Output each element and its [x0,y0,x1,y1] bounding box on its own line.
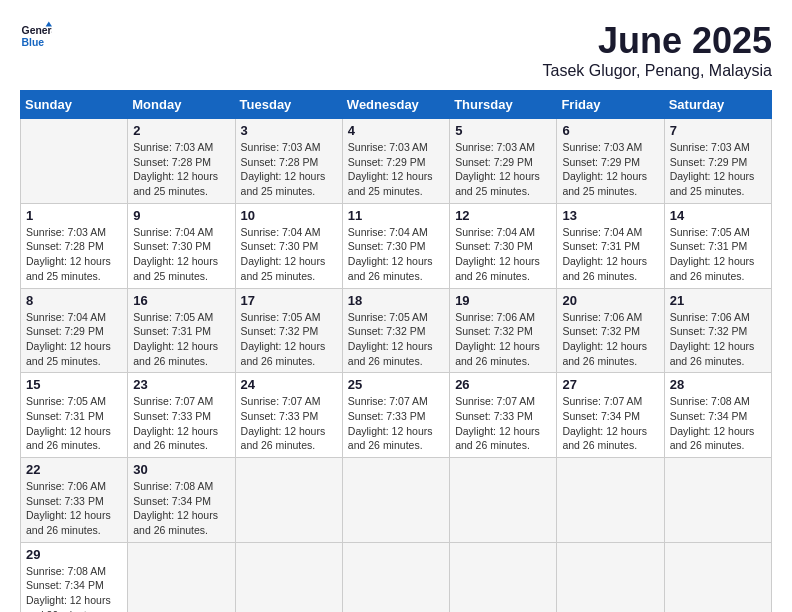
day-detail: Sunrise: 7:04 AM Sunset: 7:30 PM Dayligh… [241,225,337,284]
day-detail: Sunrise: 7:07 AM Sunset: 7:33 PM Dayligh… [133,394,229,453]
day-number: 26 [455,377,551,392]
calendar-day-cell [450,458,557,543]
day-number: 12 [455,208,551,223]
calendar-day-cell: 6Sunrise: 7:03 AM Sunset: 7:29 PM Daylig… [557,119,664,204]
calendar-day-cell: 23Sunrise: 7:07 AM Sunset: 7:33 PM Dayli… [128,373,235,458]
day-detail: Sunrise: 7:08 AM Sunset: 7:34 PM Dayligh… [26,564,122,612]
calendar-header-row: SundayMondayTuesdayWednesdayThursdayFrid… [21,91,772,119]
day-number: 1 [26,208,122,223]
calendar-day-cell [664,458,771,543]
location-title: Tasek Glugor, Penang, Malaysia [543,62,772,80]
calendar-day-cell: 4Sunrise: 7:03 AM Sunset: 7:29 PM Daylig… [342,119,449,204]
day-detail: Sunrise: 7:03 AM Sunset: 7:29 PM Dayligh… [562,140,658,199]
calendar-day-cell: 15Sunrise: 7:05 AM Sunset: 7:31 PM Dayli… [21,373,128,458]
day-detail: Sunrise: 7:05 AM Sunset: 7:31 PM Dayligh… [133,310,229,369]
calendar-day-cell: 22Sunrise: 7:06 AM Sunset: 7:33 PM Dayli… [21,458,128,543]
day-number: 13 [562,208,658,223]
calendar-day-cell: 30Sunrise: 7:08 AM Sunset: 7:34 PM Dayli… [128,458,235,543]
day-number: 3 [241,123,337,138]
calendar-header-cell: Saturday [664,91,771,119]
month-title: June 2025 [543,20,772,62]
day-detail: Sunrise: 7:08 AM Sunset: 7:34 PM Dayligh… [670,394,766,453]
calendar-day-cell: 27Sunrise: 7:07 AM Sunset: 7:34 PM Dayli… [557,373,664,458]
calendar-day-cell: 18Sunrise: 7:05 AM Sunset: 7:32 PM Dayli… [342,288,449,373]
day-detail: Sunrise: 7:04 AM Sunset: 7:31 PM Dayligh… [562,225,658,284]
calendar-week-row: 22Sunrise: 7:06 AM Sunset: 7:33 PM Dayli… [21,458,772,543]
calendar-day-cell: 2Sunrise: 7:03 AM Sunset: 7:28 PM Daylig… [128,119,235,204]
calendar-day-cell [128,542,235,612]
calendar-day-cell [235,458,342,543]
day-detail: Sunrise: 7:06 AM Sunset: 7:32 PM Dayligh… [562,310,658,369]
calendar-day-cell [664,542,771,612]
calendar-day-cell: 19Sunrise: 7:06 AM Sunset: 7:32 PM Dayli… [450,288,557,373]
calendar-day-cell [21,119,128,204]
calendar-day-cell: 28Sunrise: 7:08 AM Sunset: 7:34 PM Dayli… [664,373,771,458]
day-number: 4 [348,123,444,138]
calendar-day-cell: 1Sunrise: 7:03 AM Sunset: 7:28 PM Daylig… [21,203,128,288]
day-detail: Sunrise: 7:07 AM Sunset: 7:33 PM Dayligh… [241,394,337,453]
day-number: 25 [348,377,444,392]
calendar-day-cell: 5Sunrise: 7:03 AM Sunset: 7:29 PM Daylig… [450,119,557,204]
calendar-day-cell: 26Sunrise: 7:07 AM Sunset: 7:33 PM Dayli… [450,373,557,458]
day-number: 5 [455,123,551,138]
calendar-day-cell: 12Sunrise: 7:04 AM Sunset: 7:30 PM Dayli… [450,203,557,288]
day-number: 7 [670,123,766,138]
day-detail: Sunrise: 7:07 AM Sunset: 7:33 PM Dayligh… [348,394,444,453]
calendar-day-cell: 17Sunrise: 7:05 AM Sunset: 7:32 PM Dayli… [235,288,342,373]
day-number: 6 [562,123,658,138]
day-number: 16 [133,293,229,308]
day-detail: Sunrise: 7:07 AM Sunset: 7:33 PM Dayligh… [455,394,551,453]
calendar-day-cell [450,542,557,612]
calendar-week-row: 15Sunrise: 7:05 AM Sunset: 7:31 PM Dayli… [21,373,772,458]
day-number: 27 [562,377,658,392]
calendar-day-cell [557,458,664,543]
day-number: 22 [26,462,122,477]
calendar-week-row: 1Sunrise: 7:03 AM Sunset: 7:28 PM Daylig… [21,203,772,288]
calendar-day-cell: 14Sunrise: 7:05 AM Sunset: 7:31 PM Dayli… [664,203,771,288]
day-detail: Sunrise: 7:06 AM Sunset: 7:32 PM Dayligh… [455,310,551,369]
calendar-day-cell: 8Sunrise: 7:04 AM Sunset: 7:29 PM Daylig… [21,288,128,373]
calendar-day-cell [342,458,449,543]
calendar-header-cell: Monday [128,91,235,119]
svg-marker-2 [46,22,52,27]
day-number: 28 [670,377,766,392]
calendar-day-cell [557,542,664,612]
title-area: June 2025 Tasek Glugor, Penang, Malaysia [543,20,772,80]
day-number: 9 [133,208,229,223]
day-number: 23 [133,377,229,392]
logo-icon: General Blue [20,20,52,52]
calendar-day-cell: 16Sunrise: 7:05 AM Sunset: 7:31 PM Dayli… [128,288,235,373]
day-detail: Sunrise: 7:07 AM Sunset: 7:34 PM Dayligh… [562,394,658,453]
calendar-header-cell: Sunday [21,91,128,119]
day-number: 20 [562,293,658,308]
calendar-day-cell [235,542,342,612]
day-number: 19 [455,293,551,308]
day-number: 17 [241,293,337,308]
day-detail: Sunrise: 7:03 AM Sunset: 7:29 PM Dayligh… [348,140,444,199]
calendar-header-cell: Tuesday [235,91,342,119]
day-detail: Sunrise: 7:04 AM Sunset: 7:30 PM Dayligh… [455,225,551,284]
day-detail: Sunrise: 7:06 AM Sunset: 7:32 PM Dayligh… [670,310,766,369]
day-number: 18 [348,293,444,308]
day-detail: Sunrise: 7:04 AM Sunset: 7:30 PM Dayligh… [348,225,444,284]
day-detail: Sunrise: 7:05 AM Sunset: 7:31 PM Dayligh… [26,394,122,453]
calendar-day-cell: 21Sunrise: 7:06 AM Sunset: 7:32 PM Dayli… [664,288,771,373]
day-detail: Sunrise: 7:05 AM Sunset: 7:32 PM Dayligh… [348,310,444,369]
calendar-day-cell: 11Sunrise: 7:04 AM Sunset: 7:30 PM Dayli… [342,203,449,288]
calendar-day-cell: 20Sunrise: 7:06 AM Sunset: 7:32 PM Dayli… [557,288,664,373]
calendar-day-cell: 13Sunrise: 7:04 AM Sunset: 7:31 PM Dayli… [557,203,664,288]
calendar-day-cell: 24Sunrise: 7:07 AM Sunset: 7:33 PM Dayli… [235,373,342,458]
calendar-day-cell: 7Sunrise: 7:03 AM Sunset: 7:29 PM Daylig… [664,119,771,204]
day-detail: Sunrise: 7:06 AM Sunset: 7:33 PM Dayligh… [26,479,122,538]
calendar-table: SundayMondayTuesdayWednesdayThursdayFrid… [20,90,772,612]
day-number: 30 [133,462,229,477]
day-detail: Sunrise: 7:05 AM Sunset: 7:32 PM Dayligh… [241,310,337,369]
calendar-header-cell: Thursday [450,91,557,119]
day-detail: Sunrise: 7:03 AM Sunset: 7:29 PM Dayligh… [670,140,766,199]
day-detail: Sunrise: 7:03 AM Sunset: 7:28 PM Dayligh… [241,140,337,199]
day-detail: Sunrise: 7:05 AM Sunset: 7:31 PM Dayligh… [670,225,766,284]
day-number: 10 [241,208,337,223]
logo: General Blue [20,20,52,52]
calendar-header-cell: Wednesday [342,91,449,119]
day-detail: Sunrise: 7:04 AM Sunset: 7:29 PM Dayligh… [26,310,122,369]
